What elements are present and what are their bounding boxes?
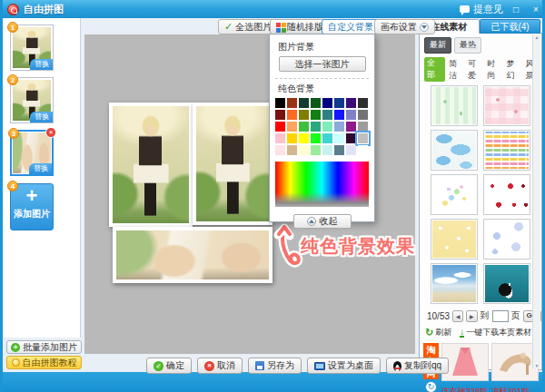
material-thumb-bird[interactable] xyxy=(483,263,530,304)
color-swatch[interactable] xyxy=(287,133,297,143)
background-dropdown-panel: 图片背景 选择一张图片 纯色背景 收起 xyxy=(269,34,375,222)
set-desktop-button[interactable]: 设置为桌面 xyxy=(307,358,381,374)
color-swatch[interactable] xyxy=(346,145,356,155)
photo-thumb-2[interactable]: 2替换 xyxy=(10,77,54,123)
color-swatch[interactable] xyxy=(322,133,332,143)
next-page-button[interactable]: ▶ xyxy=(466,310,477,322)
plus-circle-icon: + xyxy=(11,343,20,352)
color-swatch[interactable] xyxy=(346,98,356,108)
batch-add-button[interactable]: + 批量添加图片 xyxy=(6,340,82,354)
confirm-button[interactable]: ✓ 确定 xyxy=(146,358,192,374)
minimize-button[interactable]: □ xyxy=(509,5,523,15)
tab-downloaded[interactable]: 已下载(4) xyxy=(480,19,540,34)
save-as-button[interactable]: 另存为 xyxy=(248,358,302,374)
prev-page-button[interactable]: ◀ xyxy=(452,310,463,322)
photo-thumb-1[interactable]: 1替换 xyxy=(10,24,54,71)
collage-photo-3[interactable] xyxy=(113,227,272,283)
color-swatch[interactable] xyxy=(358,98,368,108)
choose-image-button[interactable]: 选择一张图片 xyxy=(279,56,366,72)
material-thumb-beach[interactable] xyxy=(431,263,478,304)
category-2[interactable]: 可爱 xyxy=(468,58,483,82)
feedback-button[interactable]: 提意见 xyxy=(460,3,503,16)
material-thumb-blue-flowers[interactable] xyxy=(483,219,530,260)
replace-button[interactable]: 替换 xyxy=(30,59,53,70)
color-swatch[interactable] xyxy=(311,122,321,132)
category-3[interactable]: 时尚 xyxy=(488,58,503,82)
color-swatch[interactable] xyxy=(346,122,356,132)
cancel-button[interactable]: × 取消 xyxy=(197,358,243,374)
subtab-hottest[interactable]: 最热 xyxy=(454,37,481,54)
category-0[interactable]: 全部 xyxy=(424,57,445,82)
color-swatch[interactable] xyxy=(287,145,297,155)
color-swatch[interactable] xyxy=(311,145,321,155)
ok-check-icon: ✓ xyxy=(154,361,164,371)
collapse-button[interactable]: 收起 xyxy=(293,214,352,229)
materials-body: 最新 最热 全部简洁可爱时尚梦幻风景 10/53 ◀ ▶ 到 页 GO ↻ 刷新 xyxy=(419,33,542,370)
color-swatch[interactable] xyxy=(299,98,309,108)
color-swatch[interactable] xyxy=(334,133,344,143)
color-swatch[interactable] xyxy=(334,145,344,155)
category-1[interactable]: 简洁 xyxy=(449,58,464,82)
color-swatch[interactable] xyxy=(275,110,285,120)
close-button[interactable]: × xyxy=(529,5,543,15)
color-swatch[interactable] xyxy=(358,110,368,120)
category-4[interactable]: 梦幻 xyxy=(507,58,522,82)
image-bg-label: 图片背景 xyxy=(278,41,366,54)
color-swatch[interactable] xyxy=(311,98,321,108)
color-swatch[interactable] xyxy=(358,145,368,155)
replace-button[interactable]: 替换 xyxy=(30,112,53,122)
color-swatch[interactable] xyxy=(299,122,309,132)
confirm-label: 确定 xyxy=(166,359,184,372)
color-swatch[interactable] xyxy=(287,110,297,120)
photo-thumb-3[interactable]: 3×替换 xyxy=(10,130,54,176)
material-thumb-yellow-dots[interactable] xyxy=(431,219,478,260)
color-swatch[interactable] xyxy=(358,122,368,132)
download-all-button[interactable]: ↓ 一键下载本页素材 xyxy=(460,327,531,338)
photo-number-badge: 2 xyxy=(7,74,18,85)
add-image-button[interactable]: 4 + 添加图片 xyxy=(10,183,54,230)
color-swatch[interactable] xyxy=(299,145,309,155)
color-swatch[interactable] xyxy=(334,110,344,120)
color-swatch[interactable] xyxy=(275,122,285,132)
color-swatch[interactable] xyxy=(334,122,344,132)
color-swatch[interactable] xyxy=(322,110,332,120)
scroll-up-icon[interactable]: ▲ xyxy=(535,34,540,40)
material-thumb-red-bows[interactable] xyxy=(483,174,530,215)
color-swatch[interactable] xyxy=(287,122,297,132)
color-swatch[interactable] xyxy=(311,133,321,143)
remove-photo-icon[interactable]: × xyxy=(45,127,56,138)
color-gradient-picker[interactable] xyxy=(275,162,369,207)
material-thumb-green-stripes[interactable] xyxy=(431,85,478,126)
material-thumb-pink-cherries[interactable] xyxy=(483,85,530,126)
materials-scrollbar[interactable]: ▲ ▼ xyxy=(532,34,540,368)
color-swatch[interactable] xyxy=(299,133,309,143)
color-swatch[interactable] xyxy=(275,133,285,143)
color-swatch[interactable] xyxy=(299,110,309,120)
color-swatch[interactable] xyxy=(275,98,285,108)
canvas-settings-button[interactable]: 画布设置 xyxy=(374,19,435,34)
feedback-label: 提意见 xyxy=(473,3,503,16)
subtab-newest[interactable]: 最新 xyxy=(424,37,451,54)
color-swatch[interactable] xyxy=(322,145,332,155)
taobao-swirl-icon[interactable]: ↻ xyxy=(425,381,437,392)
refresh-button[interactable]: ↻ 刷新 xyxy=(425,327,451,338)
color-swatch[interactable] xyxy=(322,98,332,108)
color-swatch[interactable] xyxy=(275,145,285,155)
material-thumb-pastel-dots[interactable] xyxy=(431,174,478,215)
collage-photo-1[interactable] xyxy=(109,103,193,227)
color-swatch[interactable] xyxy=(358,133,368,143)
color-swatch[interactable] xyxy=(334,98,344,108)
replace-button[interactable]: 替换 xyxy=(29,163,52,174)
copy-to-qq-button[interactable]: 复制到qq xyxy=(386,358,449,374)
page-input[interactable] xyxy=(492,310,509,322)
color-swatch[interactable] xyxy=(311,110,321,120)
color-swatch[interactable] xyxy=(322,122,332,132)
color-swatch[interactable] xyxy=(287,98,297,108)
scroll-down-icon[interactable]: ▼ xyxy=(535,363,540,368)
color-swatch[interactable] xyxy=(346,110,356,120)
material-thumb-blue-fish[interactable] xyxy=(431,130,478,171)
color-swatch[interactable] xyxy=(346,133,356,143)
tutorial-button[interactable]: 自由拼图教程 xyxy=(6,356,82,369)
material-thumb-rainbow-text[interactable] xyxy=(483,130,530,171)
collage-photo-2[interactable] xyxy=(193,103,272,225)
